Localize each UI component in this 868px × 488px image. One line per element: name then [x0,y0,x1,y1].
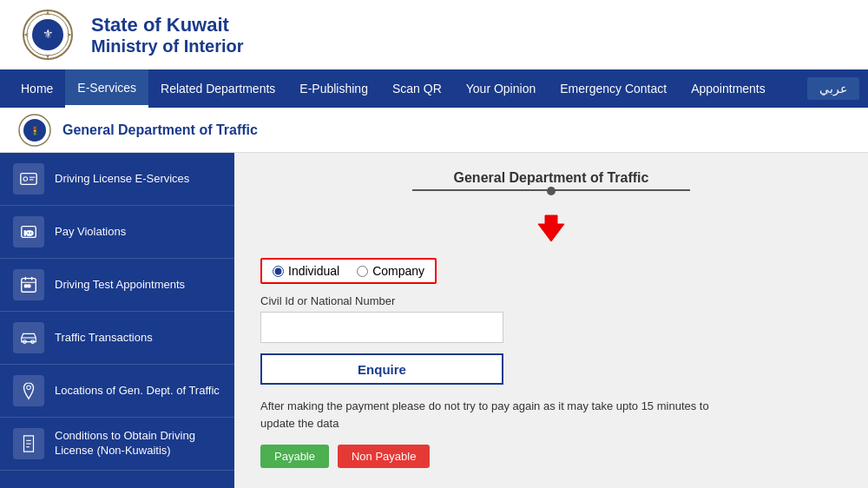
sidebar-label-driving-license: Driving License E-Services [55,172,189,187]
svg-text:🚦: 🚦 [30,125,41,136]
nav-item-home[interactable]: Home [9,69,65,108]
nav-item-epublishing[interactable]: E-Publishing [287,69,380,108]
nav-arabic-button[interactable]: عربي [807,77,859,100]
radio-individual[interactable]: Individual [273,264,339,278]
nav-item-emergency[interactable]: Emergency Contact [548,69,679,108]
header-logo: ⚜ [17,9,78,61]
radio-individual-input[interactable] [273,266,284,277]
arrow-annotation [260,207,842,254]
svg-marker-26 [538,215,564,241]
nonpayable-button[interactable]: Non Payable [338,445,430,468]
sidebar-item-traffic-transactions[interactable]: Traffic Transactions [0,312,234,365]
traffic-dept-logo: 🚦 [17,113,52,148]
car-icon [13,322,44,353]
radio-individual-label: Individual [288,264,339,278]
header: ⚜ State of Kuwait Ministry of Interior [0,0,868,69]
sidebar-item-locations[interactable]: Locations of Gen. Dept. of Traffic [0,365,234,418]
payable-button[interactable]: Payable [260,445,329,468]
header-title: State of Kuwait Ministry of Interior [91,14,244,56]
nav-item-appointments[interactable]: Appointments [679,69,778,108]
svg-point-22 [27,386,31,390]
sidebar-label-conditions: Conditions to Obtain Driving License (No… [55,429,221,458]
location-icon [13,375,44,406]
status-buttons: Payable Non Payable [260,445,842,468]
civil-id-input[interactable] [260,312,503,343]
kd-icon: KD [13,216,44,247]
radio-company[interactable]: Company [357,264,424,278]
sub-header: 🚦 General Department of Traffic [0,108,868,153]
main-content: Driving License E-Services KD Pay Violat… [0,153,868,488]
radio-company-label: Company [372,264,424,278]
radio-group-container: Individual Company [260,258,842,284]
radio-company-input[interactable] [357,266,368,277]
sidebar-label-traffic-transactions: Traffic Transactions [55,331,153,346]
header-title-line1: State of Kuwait [91,14,244,36]
sidebar-label-pay-violations: Pay Violations [55,225,126,240]
sidebar-item-pay-violations[interactable]: KD Pay Violations [0,206,234,259]
enquire-button[interactable]: Enquire [260,353,503,385]
notice-text: After making the payment please do not t… [260,398,746,432]
right-panel: General Department of Traffic Individual [234,153,868,488]
sidebar-item-driving-license[interactable]: Driving License E-Services [0,153,234,206]
sidebar-item-driving-test[interactable]: Driving Test Appointments [0,259,234,312]
svg-point-8 [23,177,28,181]
id-card-icon [13,163,44,195]
nav-item-scanqr[interactable]: Scan QR [380,69,454,108]
sub-header-title: General Department of Traffic [62,122,258,138]
header-title-line2: Ministry of Interior [91,36,244,56]
svg-rect-17 [24,285,27,287]
sidebar-label-driving-test: Driving Test Appointments [55,278,185,293]
sidebar: Driving License E-Services KD Pay Violat… [0,153,234,488]
nav-item-eservices[interactable]: E-Services [65,69,148,108]
document-icon [13,428,44,459]
civil-id-label: Civil Id or National Number [260,294,842,307]
main-nav: Home E-Services Related Departments E-Pu… [0,69,868,108]
sidebar-label-locations: Locations of Gen. Dept. of Traffic [55,384,220,399]
panel-title: General Department of Traffic [454,170,649,185]
svg-rect-18 [28,285,30,287]
svg-text:KD: KD [24,229,34,237]
nav-item-opinion[interactable]: Your Opinion [454,69,548,108]
sidebar-item-conditions[interactable]: Conditions to Obtain Driving License (No… [0,418,234,471]
svg-text:⚜: ⚜ [43,27,54,41]
calendar-icon [13,269,44,300]
nav-item-related[interactable]: Related Departments [148,69,287,108]
down-arrow-icon [529,207,573,250]
